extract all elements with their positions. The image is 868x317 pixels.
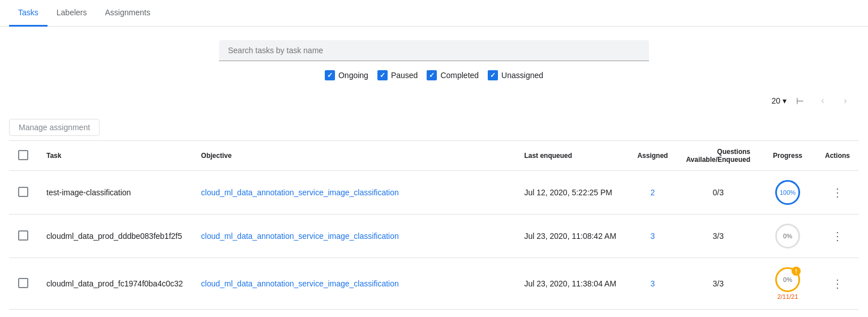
progress-cell: 100% <box>759 171 816 215</box>
progress-circle: 0% <box>775 224 800 249</box>
table-row: test-image-classificationcloud_ml_data_a… <box>9 171 859 215</box>
task-objective[interactable]: cloud_ml_data_annotation_service_image_c… <box>192 258 515 310</box>
questions-available: 0/3 <box>677 171 759 215</box>
pagination-row: 20 ▾ ⊢ ‹ › <box>0 87 868 114</box>
ongoing-label: Ongoing <box>338 71 368 80</box>
task-name: cloudml_data_prod_dddbe083feb1f2f5 <box>37 215 192 258</box>
last-enqueued: Jul 23, 2020, 11:08:42 AM <box>515 215 628 258</box>
tab-tasks[interactable]: Tasks <box>9 0 48 27</box>
table-row: cloudml_data_prod_dddbe083feb1f2f5cloud_… <box>9 215 859 258</box>
assigned-count[interactable]: 3 <box>628 215 677 258</box>
actions-cell[interactable]: ⋮ <box>816 215 859 258</box>
tab-assignments[interactable]: Assignments <box>96 0 160 27</box>
page-size-dropdown-icon[interactable]: ▾ <box>783 96 787 105</box>
actions-cell[interactable]: ⋮ <box>816 171 859 215</box>
page-size-selector[interactable]: 20 ▾ <box>771 96 787 105</box>
select-all-checkbox[interactable] <box>18 150 28 160</box>
more-actions-button[interactable]: ⋮ <box>825 186 850 199</box>
more-actions-button[interactable]: ⋮ <box>825 277 850 290</box>
table-row: cloudml_data_prod_fc1974f0ba4c0c32cloud_… <box>9 258 859 310</box>
progress-date: 2/11/21 <box>777 293 798 300</box>
completed-label: Completed <box>440 71 479 80</box>
tab-labelers[interactable]: Labelers <box>48 0 96 27</box>
last-enqueued: Jul 23, 2020, 11:38:04 AM <box>515 258 628 310</box>
search-input[interactable] <box>219 40 649 61</box>
objective-link[interactable]: cloud_ml_data_annotation_service_image_c… <box>201 188 398 197</box>
filter-ongoing[interactable]: Ongoing <box>325 70 368 80</box>
progress-circle: 100% <box>775 180 800 205</box>
nav-first-button[interactable]: ⊢ <box>791 92 809 110</box>
search-section: Ongoing Paused Completed Unassigned <box>0 27 868 87</box>
more-actions-button[interactable]: ⋮ <box>825 229 850 243</box>
paused-checkbox[interactable] <box>377 70 388 80</box>
warning-icon: ! <box>792 267 801 276</box>
filter-paused[interactable]: Paused <box>377 70 418 80</box>
task-objective[interactable]: cloud_ml_data_annotation_service_image_c… <box>192 171 515 215</box>
progress-cell: 0% ! 2/11/21 <box>759 258 816 310</box>
task-name: cloudml_data_prod_fc1974f0ba4c0c32 <box>37 258 192 310</box>
last-enqueued: Jul 12, 2020, 5:22:25 PM <box>515 171 628 215</box>
completed-checkbox[interactable] <box>427 70 437 80</box>
row-checkbox-0[interactable] <box>18 187 28 197</box>
assigned-count[interactable]: 3 <box>628 258 677 310</box>
task-name: test-image-classification <box>37 171 192 215</box>
row-checkbox-2[interactable] <box>18 278 28 288</box>
progress-circle: 0% ! <box>775 267 800 292</box>
nav-next-button[interactable]: › <box>836 92 854 110</box>
filter-completed[interactable]: Completed <box>427 70 479 80</box>
col-header-objective: Objective <box>192 141 515 171</box>
filter-row: Ongoing Paused Completed Unassigned <box>325 70 543 80</box>
questions-available: 3/3 <box>677 215 759 258</box>
ongoing-checkbox[interactable] <box>325 70 335 80</box>
objective-link[interactable]: cloud_ml_data_annotation_service_image_c… <box>201 232 398 241</box>
table-container: Task Objective Last enqueued Assigned Qu… <box>0 140 868 310</box>
assigned-count[interactable]: 2 <box>628 171 677 215</box>
col-header-assigned: Assigned <box>628 141 677 171</box>
actions-row: Manage assignment <box>0 114 868 140</box>
page-size-value: 20 <box>771 96 780 105</box>
nav-prev-button[interactable]: ‹ <box>814 92 832 110</box>
col-header-task: Task <box>37 141 192 171</box>
paused-label: Paused <box>391 71 418 80</box>
task-objective[interactable]: cloud_ml_data_annotation_service_image_c… <box>192 215 515 258</box>
col-header-progress: Progress <box>759 141 816 171</box>
col-header-questions: Questions Available/Enqueued <box>677 141 759 171</box>
questions-available: 3/3 <box>677 258 759 310</box>
unassigned-checkbox[interactable] <box>488 70 498 80</box>
filter-unassigned[interactable]: Unassigned <box>488 70 543 80</box>
manage-assignment-button[interactable]: Manage assignment <box>9 119 100 136</box>
progress-cell: 0% <box>759 215 816 258</box>
row-checkbox-1[interactable] <box>18 230 28 241</box>
col-header-actions: Actions <box>816 141 859 171</box>
unassigned-label: Unassigned <box>501 71 543 80</box>
objective-link[interactable]: cloud_ml_data_annotation_service_image_c… <box>201 279 398 288</box>
tabs-nav: Tasks Labelers Assignments <box>0 0 868 27</box>
col-header-last-enqueued: Last enqueued <box>515 141 628 171</box>
actions-cell[interactable]: ⋮ <box>816 258 859 310</box>
tasks-table: Task Objective Last enqueued Assigned Qu… <box>9 140 859 310</box>
